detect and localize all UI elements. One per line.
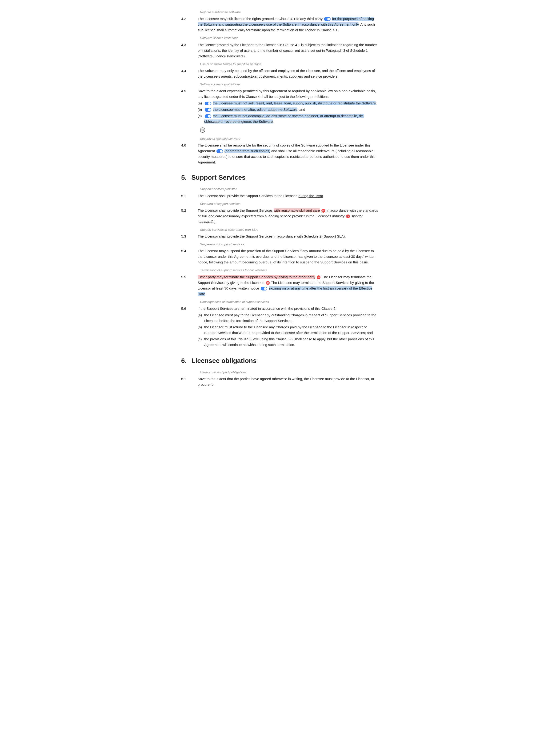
clause-5-6-b-text: the Licensor must refund to the Licensee… [204, 324, 379, 336]
toggle-4-6[interactable] [217, 149, 223, 153]
clause-5-1-row: 5.1 The Licensor shall provide the Suppo… [181, 193, 379, 199]
clause-4-3-row: 4.3 The licence granted by the Licensor … [181, 42, 379, 59]
clause-subheading-general-obligations: General second party obligations [181, 370, 379, 375]
clause-6-1-text: Save to the extent that the parties have… [198, 376, 379, 388]
clause-5-6-sublist: (a) the Licensee must pay to the Licenso… [198, 312, 379, 348]
toggle-5-5[interactable] [261, 287, 267, 290]
clause-5-1-text: The Licensor shall provide the Support S… [198, 193, 379, 199]
clause-5-1-num: 5.1 [181, 193, 198, 199]
clause-4-5-b-label: (b) [198, 107, 204, 113]
clause-4-6-row: 4.6 The Licensee shall be responsible fo… [181, 143, 379, 165]
clause-subheading-sla: Support services in accordance with SLA [181, 228, 379, 232]
clause-subheading-software-licence-limitations: Software licence limitations [181, 36, 379, 40]
toggle-4-5-a[interactable] [205, 102, 211, 105]
clause-4-2-num: 4.2 [181, 16, 198, 22]
clause-4-3-num: 4.3 [181, 42, 198, 48]
clause-5-2-text: The Licensor shall provide the Support S… [198, 208, 379, 225]
clause-4-4-num: 4.4 [181, 68, 198, 73]
clause-5-5-row: 5.5 Either party may terminate the Suppo… [181, 274, 379, 297]
clause-4-2-text: The Licensee may sub-license the rights … [198, 16, 379, 33]
clause-subheading-prohibitions: Software licence prohibitions [181, 82, 379, 87]
clause-4-2-row: 4.2 The Licensee may sub-license the rig… [181, 16, 379, 33]
clause-subheading-termination-convenience: Termination of support services for conv… [181, 268, 379, 273]
clause-4-5-a: (a) the Licensee must not sell, resell, … [198, 101, 379, 106]
clause-4-5-b: (b) the Licensee must not alter, edit or… [198, 107, 379, 113]
clause-4-5-a-label: (a) [198, 101, 204, 106]
section-6-heading: 6. Licensee obligations [181, 356, 379, 366]
clause-5-6-num: 5.6 [181, 306, 198, 311]
toggle-4-5-c[interactable] [205, 114, 211, 118]
toggle-4-5-b[interactable] [205, 108, 211, 112]
clause-subheading-security: Security of licensed software [181, 136, 379, 141]
clause-5-3-row: 5.3 The Licensor shall provide the Suppo… [181, 234, 379, 239]
clause-5-5-text: Either party may terminate the Support S… [198, 274, 379, 297]
clause-4-3-text: The licence granted by the Licensor to t… [198, 42, 379, 59]
or-badge-5-5-2: or [266, 281, 270, 285]
section-5-num: 5. [181, 173, 186, 182]
clause-subheading-support-provision: Support services provision [181, 187, 379, 191]
clause-5-2-num: 5.2 [181, 208, 198, 213]
clause-subheading-consequences: Consequences of termination of support s… [181, 300, 379, 304]
clause-4-6-text: The Licensee shall be responsible for th… [198, 143, 379, 165]
clause-5-4-row: 5.4 The Licensor may suspend the provisi… [181, 248, 379, 265]
clause-subheading-use-limited: Use of software limited to specified per… [181, 62, 379, 66]
clause-4-5-num: 4.5 [181, 88, 198, 94]
clause-4-5-b-text: the Licensee must not alter, edit or ada… [204, 107, 379, 113]
section-6-label: Licensee obligations [191, 356, 257, 366]
clause-5-3-text: The Licensor shall provide the Support S… [198, 234, 379, 239]
clause-4-5-c-text: the Licensee must not decompile, de-obfu… [204, 113, 379, 124]
section-5-label: Support Services [191, 173, 245, 182]
clause-4-5-c-label: (c) [198, 113, 204, 119]
clause-4-5-text: Save to the extent expressly permitted b… [198, 88, 379, 125]
clause-6-1-num: 6.1 [181, 376, 198, 382]
clause-4-5-a-text: the Licensee must not sell, resell, rent… [204, 101, 379, 106]
section-6-num: 6. [181, 356, 186, 366]
clause-5-6-c: (c) the provisions of this Clause 5, exc… [198, 336, 379, 348]
clause-5-6-a-label: (a) [198, 312, 204, 318]
clause-5-6-c-label: (c) [198, 336, 204, 342]
clause-5-6-b: (b) the Licensor must refund to the Lice… [198, 324, 379, 336]
clause-4-4-text: The Software may only be used by the off… [198, 68, 379, 79]
clause-5-3-num: 5.3 [181, 234, 198, 239]
section-5-heading: 5. Support Services [181, 173, 379, 182]
add-icon-4-5[interactable]: ⊕ [200, 128, 205, 133]
clause-5-4-num: 5.4 [181, 248, 198, 254]
clause-subheading-right-to-sublicense: Right to sub-license software [181, 10, 379, 15]
clause-5-6-a-text: the Licensee must pay to the Licensor an… [204, 312, 379, 324]
or-badge-5-2-2: or [346, 214, 350, 218]
clause-5-6-row: 5.6 If the Support Services are terminat… [181, 306, 379, 348]
clause-4-5-c: (c) the Licensee must not decompile, de-… [198, 113, 379, 124]
clause-5-6-b-label: (b) [198, 324, 204, 330]
clause-5-2-row: 5.2 The Licensor shall provide the Suppo… [181, 208, 379, 225]
or-badge-5-2-1: or [321, 209, 325, 212]
toggle-4-2[interactable] [324, 17, 330, 21]
clause-4-5-row: 4.5 Save to the extent expressly permitt… [181, 88, 379, 125]
or-badge-5-5-1: or [317, 275, 320, 279]
clause-5-6-a: (a) the Licensee must pay to the Licenso… [198, 312, 379, 324]
clause-5-6-text: If the Support Services are terminated i… [198, 306, 379, 348]
clause-subheading-standard: Standard of support services [181, 201, 379, 206]
clause-5-5-num: 5.5 [181, 274, 198, 280]
clause-4-6-num: 4.6 [181, 143, 198, 148]
clause-4-4-row: 4.4 The Software may only be used by the… [181, 68, 379, 79]
clause-5-4-text: The Licensor may suspend the provision o… [198, 248, 379, 265]
clause-6-1-row: 6.1 Save to the extent that the parties … [181, 376, 379, 388]
clause-4-5-sublist: (a) the Licensee must not sell, resell, … [198, 101, 379, 124]
clause-subheading-suspension: Suspension of support services [181, 242, 379, 247]
clause-5-6-c-text: the provisions of this Clause 5, excludi… [204, 336, 379, 348]
